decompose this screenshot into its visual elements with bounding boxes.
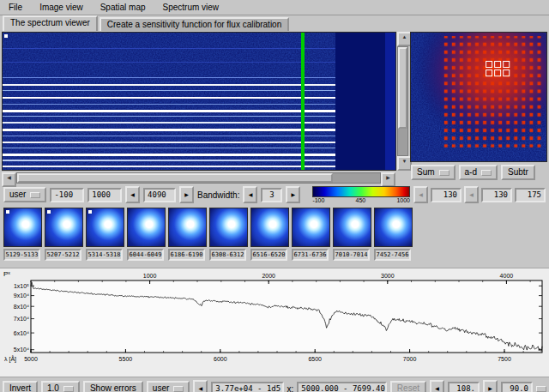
- pos-y-spin-icon: ◀: [464, 186, 479, 203]
- y-range-field[interactable]: 3.77e+04 - 1d5: [211, 382, 283, 392]
- thumbnail-image[interactable]: [3, 208, 42, 247]
- slice-thumbnails-row: 5129-5133 5207-5212 5314-5318 6044-6049 …: [0, 205, 549, 268]
- thumbnail-label: 6186-6190: [168, 249, 205, 261]
- bandwidth-decrement-button[interactable]: ◀: [243, 186, 257, 203]
- svg-text:λ [Å]: λ [Å]: [4, 355, 16, 363]
- thumbnail-image[interactable]: [86, 208, 124, 247]
- svg-text:1x10⁵: 1x10⁵: [14, 283, 29, 289]
- angle-field[interactable]: 90.0: [501, 382, 533, 392]
- svg-text:9x10⁴: 9x10⁴: [14, 292, 29, 299]
- cut-max-field[interactable]: 1000: [87, 188, 122, 202]
- invert-button[interactable]: Invert: [3, 381, 38, 392]
- vertical-scroll-thumb[interactable]: [398, 47, 407, 129]
- green-cursor-line: [301, 33, 305, 170]
- thumbnail-image[interactable]: [250, 208, 289, 247]
- menu-spectrum-view[interactable]: Spectrum view: [161, 3, 221, 12]
- thumbnail-image[interactable]: [374, 208, 413, 247]
- zoom-factor-label: 1.0: [47, 383, 59, 392]
- scale-mode-label: user: [9, 190, 26, 200]
- svg-text:7x10⁴: 7x10⁴: [14, 316, 29, 322]
- svg-text:7000: 7000: [403, 356, 417, 362]
- thumbnail-label: 6516-6520: [250, 249, 287, 261]
- thumbnail-image[interactable]: [168, 208, 207, 247]
- sum-option-menu[interactable]: Sum: [411, 165, 455, 180]
- x-range-label: x:: [287, 384, 294, 392]
- thumbnail: 6044-6049: [127, 208, 164, 261]
- thumbnail-label: 5129-5133: [3, 249, 40, 261]
- thumbnail: 5207-5212: [45, 208, 81, 261]
- frame-field[interactable]: 4090: [143, 188, 176, 202]
- thumbnail-label: 6731-6736: [292, 249, 329, 261]
- main-area: ▲ ▼ ◀ ▶: [0, 31, 549, 184]
- scroll-left-arrow[interactable]: ◀: [2, 172, 16, 187]
- thumbnail-image[interactable]: [292, 208, 330, 247]
- horizontal-scroll-track[interactable]: [16, 172, 381, 184]
- plot-mode-label: user: [153, 383, 169, 392]
- vertical-scroll-track[interactable]: [397, 46, 408, 156]
- thumbnail-image[interactable]: [333, 208, 371, 247]
- x-range-field[interactable]: 5000.000 - 7699.400: [297, 382, 387, 392]
- cut-min-field[interactable]: -100: [50, 188, 84, 202]
- scale-mode-option-menu[interactable]: user: [3, 187, 46, 202]
- svg-text:Pˣ: Pˣ: [3, 270, 10, 278]
- spectrum-plot-panel[interactable]: 1x10⁵9x10⁴8x10⁴7x10⁴6x10⁴5x10⁴5000550060…: [0, 268, 549, 377]
- svg-text:2000: 2000: [262, 273, 275, 279]
- frame-increment-button[interactable]: ▶: [179, 186, 194, 203]
- spectrum-2d-canvas: [3, 33, 395, 170]
- thumbnail: 6516-6520: [250, 208, 287, 261]
- combine-mode-option-menu[interactable]: a-d: [459, 165, 498, 180]
- colorbar-scale-labels: -100 450 1000: [312, 197, 410, 204]
- tab-bar: The spectrum viewer Create a sensitivity…: [0, 15, 549, 31]
- thumbnail-label: 6308-6312: [209, 249, 246, 261]
- svg-text:6000: 6000: [214, 356, 227, 362]
- svg-text:5x10⁴: 5x10⁴: [14, 347, 29, 353]
- bandwidth-field[interactable]: 3: [261, 188, 282, 202]
- image-column: ▲ ▼ ◀ ▶: [2, 32, 408, 184]
- scroll-right-arrow[interactable]: ▶: [381, 172, 395, 187]
- menu-file[interactable]: File: [7, 3, 24, 12]
- thumbnail-marker: [88, 210, 92, 214]
- zoom-controls-row: Sum a-d Subtr: [410, 165, 547, 180]
- thumbnail: 5314-5318: [86, 208, 123, 261]
- svg-text:8x10⁴: 8x10⁴: [14, 304, 29, 310]
- pos-x-field[interactable]: 130: [431, 188, 462, 202]
- thumbnail-marker: [47, 210, 51, 214]
- svg-text:4000: 4000: [500, 273, 514, 279]
- tab-sensitivity-function[interactable]: Create a sensitivity function for flux c…: [100, 17, 289, 31]
- menu-image-view[interactable]: Image view: [38, 3, 85, 12]
- tab-spectrum-viewer[interactable]: The spectrum viewer: [3, 15, 98, 31]
- menu-spatial-map[interactable]: Spatial map: [99, 3, 148, 12]
- bandwidth-increment-button[interactable]: ▶: [286, 186, 300, 203]
- combine-mode-label: a-d: [465, 167, 477, 178]
- pos-z-field[interactable]: 175: [515, 188, 546, 202]
- image-vertical-scrollbar[interactable]: ▲ ▼: [397, 32, 408, 171]
- y-range-spin-button[interactable]: ◀: [193, 380, 208, 392]
- svg-text:5000: 5000: [24, 356, 38, 362]
- show-errors-button[interactable]: Show errors: [83, 381, 143, 392]
- step-field[interactable]: 108.: [448, 382, 480, 392]
- aperture-dot-grid: [443, 36, 544, 148]
- angle-option-indicator: [536, 386, 546, 392]
- thumbnail-image[interactable]: [127, 208, 166, 247]
- option-indicator: [439, 170, 449, 176]
- image-horizontal-scrollbar[interactable]: ◀ ▶: [2, 172, 395, 184]
- spatial-zoom-image[interactable]: [410, 32, 547, 162]
- step-increment-button[interactable]: ▶: [483, 380, 498, 392]
- plot-mode-option-menu[interactable]: user: [147, 381, 190, 392]
- spectrum-2d-image[interactable]: [2, 32, 396, 171]
- thumbnail-image[interactable]: [209, 208, 248, 247]
- reset-button[interactable]: Reset: [390, 381, 426, 392]
- subtract-button[interactable]: Subtr: [501, 165, 535, 180]
- pos-y-field[interactable]: 130: [481, 188, 512, 202]
- horizontal-scroll-thumb[interactable]: [17, 173, 333, 183]
- zoom-factor-option-menu[interactable]: 1.0: [41, 381, 80, 392]
- thumbnail-label: 7452-7456: [374, 249, 411, 261]
- svg-text:7500: 7500: [498, 356, 511, 362]
- svg-text:1000: 1000: [143, 273, 157, 279]
- pos-x-spin-icon: ◀: [413, 186, 428, 203]
- image-selection-marker: [4, 34, 8, 38]
- thumbnail-image[interactable]: [45, 208, 83, 247]
- step-decrement-button[interactable]: ◀: [430, 380, 444, 392]
- display-toolbar: user -100 1000 ◀ 4090 ▶ Bandwidth: ◀ 3 ▶…: [0, 184, 549, 205]
- frame-decrement-button[interactable]: ◀: [125, 186, 140, 203]
